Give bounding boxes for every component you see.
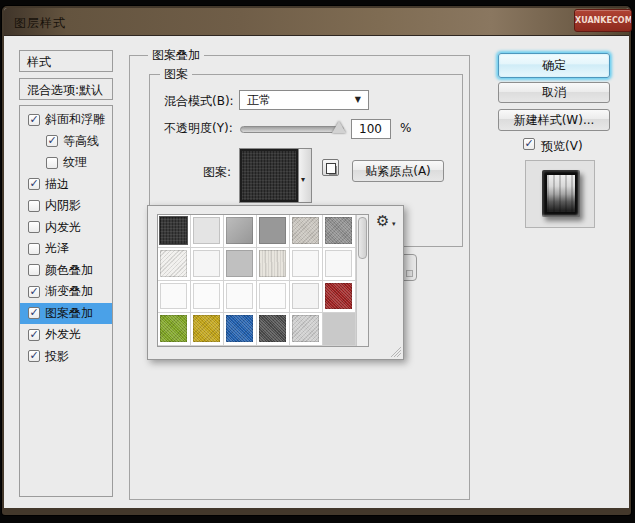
pattern-swatch-white-4[interactable]: [158, 281, 191, 314]
pattern-picker-toggle[interactable]: ▾: [299, 148, 312, 203]
chevron-down-icon: ▼: [355, 95, 361, 104]
sidebar-item-label: 描边: [45, 176, 69, 193]
dialog-titlebar[interactable]: 图层样式: [4, 8, 629, 36]
pattern-swatch-yellow-green[interactable]: [158, 313, 191, 346]
layer-style-dialog: 图层样式 XUANKECOM 样式 混合选项:默认 ✓斜面和浮雕✓等高线纹理✓描…: [2, 6, 631, 515]
pattern-swatch-mid-gray[interactable]: [224, 248, 257, 281]
pattern-swatch-white-6[interactable]: [224, 281, 257, 314]
sidebar-item-gradient-overlay[interactable]: ✓渐变叠加: [20, 281, 112, 303]
new-pattern-button[interactable]: [322, 159, 339, 176]
pattern-swatch-off-white[interactable]: [158, 248, 191, 281]
pattern-picker-popup: ⚙ ▾: [147, 205, 404, 360]
panel-title: 图案叠加: [148, 47, 204, 64]
ok-button[interactable]: 确定: [498, 53, 610, 78]
blend-mode-value: 正常: [247, 92, 271, 109]
pattern-swatch-blue[interactable]: [224, 313, 257, 346]
checkbox-inner-shadow[interactable]: [28, 200, 40, 212]
sidebar-item-blending-options[interactable]: 混合选项:默认: [19, 78, 113, 100]
new-style-button[interactable]: 新建样式(W)...: [498, 109, 610, 131]
sidebar-item-label: 内发光: [45, 219, 81, 236]
sidebar-item-label: 等高线: [63, 133, 99, 150]
checkbox-pattern-overlay[interactable]: ✓: [28, 307, 40, 319]
tiny-arrow-icon: ▾: [392, 220, 396, 228]
preview-style-sample: [542, 170, 580, 217]
checkbox-bevel-emboss[interactable]: ✓: [28, 114, 40, 126]
watermark-badge: XUANKECOM: [574, 9, 632, 32]
sidebar-item-inner-glow[interactable]: 内发光: [20, 217, 112, 239]
checkbox-drop-shadow[interactable]: ✓: [28, 350, 40, 362]
sidebar-item-outer-glow[interactable]: ✓外发光: [20, 324, 112, 346]
opacity-input[interactable]: 100: [351, 119, 391, 139]
preview-label: 预览(V): [541, 138, 583, 155]
pattern-swatch-dark-gray[interactable]: [257, 313, 290, 346]
preview-checkbox[interactable]: ✓: [523, 138, 535, 150]
pattern-grid-box: [157, 214, 369, 347]
pattern-swatch-white-7[interactable]: [257, 281, 290, 314]
pattern-swatch-white-2[interactable]: [290, 248, 323, 281]
chevron-down-icon: ▾: [301, 175, 305, 184]
sidebar-item-drop-shadow[interactable]: ✓投影: [20, 346, 112, 368]
opacity-unit: %: [400, 121, 411, 135]
styles-header-label: 样式: [20, 51, 112, 71]
pattern-swatch-gray-diagonal[interactable]: [224, 215, 257, 248]
blend-mode-label: 混合模式(B):: [164, 93, 234, 110]
snap-origin-button[interactable]: 贴紧原点(A): [352, 160, 444, 182]
pattern-swatch-medium-gray[interactable]: [257, 215, 290, 248]
checkbox-gradient-overlay[interactable]: ✓: [28, 286, 40, 298]
cancel-button[interactable]: 取消: [498, 82, 610, 103]
checkbox-contour[interactable]: ✓: [46, 135, 58, 147]
picker-scrollbar-thumb[interactable]: [358, 217, 367, 259]
pattern-swatch-white-5[interactable]: [191, 281, 224, 314]
sidebar-item-color-overlay[interactable]: 颜色叠加: [20, 260, 112, 282]
picker-menu-button[interactable]: ⚙ ▾: [376, 212, 400, 232]
sidebar-item-bevel-emboss[interactable]: ✓斜面和浮雕: [20, 109, 112, 131]
pattern-swatch-mottled-dark[interactable]: [323, 215, 356, 248]
sidebar-item-label: 外发光: [45, 326, 81, 343]
checkbox-stroke[interactable]: ✓: [28, 178, 40, 190]
blend-mode-select[interactable]: 正常 ▼: [239, 90, 369, 110]
sidebar-item-label: 投影: [45, 348, 69, 365]
blending-options-label: 混合选项:默认: [20, 79, 112, 99]
sidebar-item-texture[interactable]: 纹理: [20, 152, 112, 174]
opacity-label: 不透明度(Y):: [164, 120, 233, 137]
opacity-slider-thumb[interactable]: [332, 121, 346, 133]
style-list: ✓斜面和浮雕✓等高线纹理✓描边内阴影内发光光泽颜色叠加✓渐变叠加✓图案叠加✓外发…: [19, 105, 113, 497]
opacity-slider[interactable]: [240, 126, 344, 133]
gear-icon: ⚙: [376, 212, 389, 230]
checkbox-satin[interactable]: [28, 243, 40, 255]
pattern-swatch-wood-grain[interactable]: [257, 248, 290, 281]
pattern-swatch-white-paper[interactable]: [191, 248, 224, 281]
sidebar-item-label: 纹理: [63, 154, 87, 171]
sidebar-item-label: 颜色叠加: [45, 262, 93, 279]
sidebar-item-label: 光泽: [45, 240, 69, 257]
pattern-thumbnail[interactable]: [239, 148, 299, 203]
pattern-swatch-white-8[interactable]: [290, 281, 323, 314]
sidebar-item-stroke[interactable]: ✓描边: [20, 174, 112, 196]
desktop-background: { "window": { "title": "图层样式", "watermar…: [0, 0, 635, 523]
sidebar-item-label: 斜面和浮雕: [45, 111, 105, 128]
preview-thumbnail: [525, 160, 595, 228]
pattern-swatch-light-gray[interactable]: [191, 215, 224, 248]
pattern-swatch-mottled-light[interactable]: [290, 215, 323, 248]
sidebar-item-contour[interactable]: ✓等高线: [20, 131, 112, 153]
pattern-label: 图案:: [203, 164, 231, 181]
pattern-swatch-speckle[interactable]: [290, 313, 323, 346]
checkbox-color-overlay[interactable]: [28, 264, 40, 276]
pattern-swatch-gold[interactable]: [191, 313, 224, 346]
sidebar-item-inner-shadow[interactable]: 内阴影: [20, 195, 112, 217]
pattern-swatch-white-3[interactable]: [323, 248, 356, 281]
pattern-swatch-dark-weave[interactable]: [158, 215, 191, 248]
sidebar-item-pattern-overlay[interactable]: ✓图案叠加: [20, 303, 112, 325]
checkbox-outer-glow[interactable]: ✓: [28, 329, 40, 341]
pattern-grid: [158, 215, 356, 346]
sidebar-item-satin[interactable]: 光泽: [20, 238, 112, 260]
dialog-title: 图层样式: [14, 15, 66, 32]
sidebar-item-label: 渐变叠加: [45, 283, 93, 300]
styles-panel-header[interactable]: 样式: [19, 50, 113, 72]
checkbox-texture[interactable]: [46, 157, 58, 169]
pattern-swatch-dark-red[interactable]: [323, 281, 356, 314]
picker-scrollbar[interactable]: [356, 215, 368, 346]
checkbox-inner-glow[interactable]: [28, 221, 40, 233]
sidebar-item-label: 图案叠加: [45, 305, 93, 322]
resize-grip-icon[interactable]: [390, 346, 401, 357]
